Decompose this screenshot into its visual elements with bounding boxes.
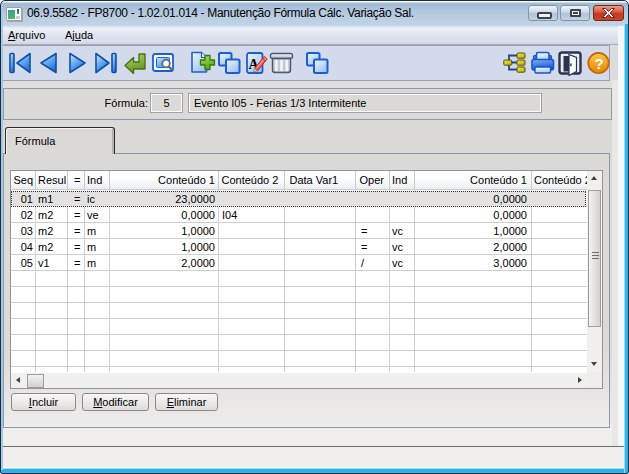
- svg-text:?: ?: [594, 55, 603, 72]
